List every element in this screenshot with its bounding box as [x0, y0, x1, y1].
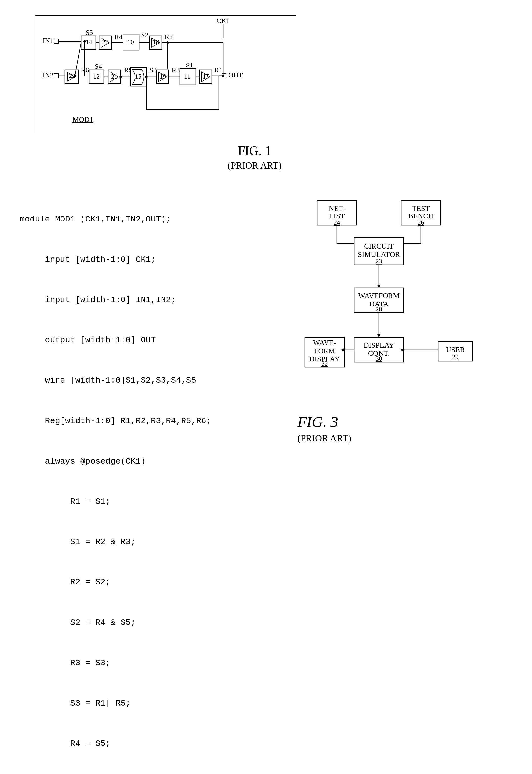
svg-text:SIMULATOR: SIMULATOR — [358, 250, 400, 258]
svg-text:28: 28 — [376, 306, 382, 313]
fig2-section: module MOD1 (CK1,IN1,IN2,OUT); input [wi… — [20, 185, 278, 774]
svg-text:S2: S2 — [141, 31, 148, 39]
svg-text:R4: R4 — [114, 33, 123, 41]
svg-marker-97 — [377, 285, 381, 288]
code-line-11: S2 = R4 & S5; — [20, 616, 278, 630]
svg-text:32: 32 — [321, 360, 328, 367]
svg-text:23: 23 — [376, 258, 382, 265]
svg-rect-7 — [54, 74, 58, 78]
code-line-13: S3 = R1| R5; — [20, 697, 278, 710]
block-diagram: NET- LIST 24 TEST BENCH 26 CIRCUIT — [297, 196, 490, 408]
fig1-prior-art: (PRIOR ART) — [228, 160, 282, 171]
fig1-title: FIG. 1 — [228, 143, 282, 158]
svg-text:S3: S3 — [149, 66, 157, 74]
svg-text:WAVEFORM: WAVEFORM — [358, 292, 400, 300]
svg-text:S1: S1 — [186, 61, 193, 69]
svg-text:12: 12 — [93, 73, 100, 80]
svg-rect-4 — [54, 39, 58, 43]
svg-text:R3: R3 — [172, 66, 180, 74]
svg-point-74 — [166, 41, 169, 44]
svg-text:FORM: FORM — [314, 347, 335, 355]
svg-text:IN2: IN2 — [43, 71, 54, 79]
fig3-section: NET- LIST 24 TEST BENCH 26 CIRCUIT — [297, 185, 512, 774]
svg-text:14: 14 — [86, 38, 92, 45]
svg-point-61 — [83, 40, 86, 42]
svg-text:15: 15 — [135, 73, 141, 80]
svg-text:WAVE-: WAVE- — [313, 338, 336, 347]
fig1-section: CK1 IN1 IN2 22 R6 12 — [35, 15, 306, 171]
code-line-5: wire [width-1:0]S1,S2,S3,S4,S5 — [20, 374, 278, 387]
svg-text:LIST: LIST — [329, 212, 345, 220]
svg-point-59 — [222, 75, 224, 77]
svg-text:24: 24 — [334, 219, 340, 226]
svg-text:11: 11 — [184, 73, 190, 80]
code-line-4: output [width-1:0] OUT — [20, 334, 278, 347]
svg-text:R1: R1 — [214, 66, 223, 74]
svg-text:CIRCUIT: CIRCUIT — [364, 242, 394, 250]
code-line-6: Reg[width-1:0] R1,R2,R3,R4,R5,R6; — [20, 414, 278, 428]
svg-text:TEST: TEST — [412, 204, 430, 212]
code-line-8: R1 = S1; — [20, 495, 278, 508]
svg-marker-103 — [377, 334, 381, 337]
svg-point-77 — [74, 75, 76, 77]
svg-text:S5: S5 — [86, 29, 93, 36]
svg-point-72 — [145, 76, 148, 78]
svg-text:IN1: IN1 — [43, 37, 54, 44]
svg-text:BENCH: BENCH — [408, 212, 433, 220]
code-line-9: S1 = R2 & R3; — [20, 535, 278, 548]
code-line-3: input [width-1:0] IN1,IN2; — [20, 293, 278, 307]
fig3-label-area: FIG. 3 (PRIOR ART) — [297, 413, 512, 443]
fig3-prior-art: (PRIOR ART) — [297, 433, 512, 443]
code-block: module MOD1 (CK1,IN1,IN2,OUT); input [wi… — [20, 185, 278, 774]
svg-text:S4: S4 — [95, 62, 102, 70]
svg-point-76 — [119, 76, 122, 78]
svg-text:MOD1: MOD1 — [72, 115, 93, 123]
code-line-14: R4 = S5; — [20, 737, 278, 750]
code-line-10: R2 = S2; — [20, 575, 278, 589]
svg-text:30: 30 — [376, 355, 382, 362]
fig2-fig3-section: module MOD1 (CK1,IN1,IN2,OUT); input [wi… — [20, 185, 512, 774]
svg-text:DISPLAY: DISPLAY — [364, 341, 394, 349]
svg-text:R6: R6 — [81, 66, 89, 74]
svg-text:OUT: OUT — [228, 71, 243, 79]
svg-text:USER: USER — [446, 345, 465, 354]
code-line-2: input [width-1:0] CK1; — [20, 253, 278, 266]
svg-text:CK1: CK1 — [217, 17, 230, 24]
svg-text:R2: R2 — [165, 33, 173, 41]
svg-text:29: 29 — [452, 354, 459, 361]
fig3-title: FIG. 3 — [297, 413, 512, 431]
svg-text:10: 10 — [127, 38, 134, 45]
code-line-1: module MOD1 (CK1,IN1,IN2,OUT); — [20, 213, 278, 226]
svg-text:26: 26 — [418, 219, 424, 226]
circuit-diagram: CK1 IN1 IN2 22 R6 12 — [35, 15, 296, 133]
code-line-12: R3 = S3; — [20, 656, 278, 670]
svg-text:NET-: NET- — [329, 204, 345, 212]
code-line-7: always @posedge(CK1) — [20, 455, 278, 468]
